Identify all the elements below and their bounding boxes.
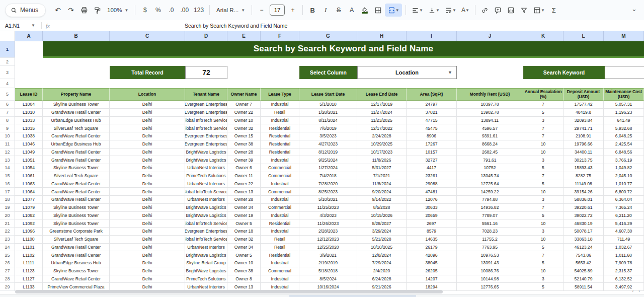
- cell[interactable]: 10: [523, 148, 564, 157]
- cell[interactable]: 641.49: [604, 117, 644, 125]
- cell[interactable]: Retail: [261, 109, 299, 117]
- cell[interactable]: 10157: [407, 148, 457, 157]
- cell[interactable]: Industrial: [261, 196, 299, 204]
- cell[interactable]: Industrial: [261, 259, 299, 267]
- cell[interactable]: Owner 15: [227, 132, 261, 140]
- cell[interactable]: L1033: [15, 117, 43, 125]
- cell[interactable]: 30633: [407, 204, 457, 212]
- cell[interactable]: Industrial: [261, 156, 299, 164]
- cell[interactable]: 19796.66: [564, 140, 604, 148]
- sheet-tab-stub[interactable]: [289, 295, 416, 297]
- row-header-1[interactable]: 1: [0, 41, 15, 58]
- cell[interactable]: 1/28/2021: [299, 109, 357, 117]
- cell[interactable]: 7/6/2019: [299, 124, 357, 132]
- cell[interactable]: Commercial: [261, 172, 299, 180]
- cell[interactable]: Global InfoTech Services: [185, 219, 227, 228]
- cell[interactable]: 5561.16: [457, 219, 523, 228]
- cell[interactable]: Industrial: [261, 117, 299, 125]
- column-header-C[interactable]: C: [110, 31, 185, 41]
- search-keyword-input[interactable]: De: [605, 66, 644, 79]
- cell[interactable]: 32727: [407, 156, 457, 164]
- cell[interactable]: 26205: [407, 267, 457, 275]
- cell[interactable]: 24797: [407, 101, 457, 109]
- cell[interactable]: Delhi: [110, 117, 185, 125]
- cell[interactable]: 3: [523, 117, 564, 125]
- cell[interactable]: L1096: [15, 228, 43, 236]
- cell[interactable]: 50078.17: [564, 228, 604, 236]
- cell[interactable]: 3: [523, 275, 564, 283]
- row-header-20[interactable]: 20: [0, 212, 15, 220]
- cell[interactable]: GrandWave Retail Center: [43, 275, 110, 283]
- cell[interactable]: 4/3/2023: [299, 212, 357, 220]
- cell[interactable]: 17577.42: [564, 101, 604, 109]
- cell[interactable]: Owner 5: [227, 251, 261, 259]
- row-header-19[interactable]: 19: [0, 204, 15, 212]
- cell[interactable]: 791.61: [457, 156, 523, 164]
- cell[interactable]: Owner 18: [227, 228, 261, 236]
- cell[interactable]: 14207: [407, 275, 457, 283]
- cell[interactable]: 10/10/2025: [357, 244, 407, 252]
- name-box-caret-icon[interactable]: ▼: [31, 23, 41, 28]
- decrease-font-size-button[interactable]: −: [256, 4, 268, 17]
- insert-comment-button[interactable]: [492, 4, 504, 17]
- cell[interactable]: 32093.84: [564, 117, 604, 125]
- cell[interactable]: Owner 32: [227, 236, 261, 244]
- cell[interactable]: 7,365.24: [604, 204, 644, 212]
- cell[interactable]: 10/15/2026: [357, 212, 407, 220]
- cell[interactable]: SilverLeaf Tech Square: [43, 172, 110, 180]
- horizontal-scrollbar[interactable]: ‹ ›: [0, 289, 644, 294]
- column-header-G[interactable]: G: [299, 31, 357, 41]
- row-header-24[interactable]: 24: [0, 244, 15, 252]
- cell[interactable]: 6,132.52: [604, 275, 644, 283]
- cell[interactable]: 5,932.68: [604, 124, 644, 132]
- cell[interactable]: 5,416.29: [604, 219, 644, 228]
- cell[interactable]: Residential: [261, 124, 299, 132]
- cell[interactable]: L1004: [15, 101, 43, 109]
- cell[interactable]: GrandWave Retail Center: [43, 180, 110, 188]
- cell[interactable]: 17267: [407, 140, 457, 148]
- cell[interactable]: 47481: [407, 188, 457, 196]
- cell[interactable]: 9/14/2022: [357, 196, 407, 204]
- cell[interactable]: 1,049.82: [604, 164, 644, 172]
- cell[interactable]: 2,315.37: [604, 267, 644, 275]
- cell[interactable]: 12/25/2020: [299, 244, 357, 252]
- cell[interactable]: Skyline Business Tower: [43, 164, 110, 172]
- cell[interactable]: 15893.43: [564, 164, 604, 172]
- cell[interactable]: 3/29/2024: [357, 228, 407, 236]
- cell[interactable]: 4417: [407, 164, 457, 172]
- cell[interactable]: 5/18/2018: [299, 267, 357, 275]
- cell[interactable]: 2697: [407, 219, 457, 228]
- cell[interactable]: L1054: [15, 164, 43, 172]
- cell[interactable]: 48419.8: [564, 109, 604, 117]
- cell[interactable]: 10: [523, 267, 564, 275]
- cell[interactable]: PrimeTech Solutions: [185, 275, 227, 283]
- cell[interactable]: L1051: [15, 156, 43, 164]
- cell[interactable]: 20659: [407, 212, 457, 220]
- row-header-4[interactable]: 4: [0, 79, 15, 88]
- row-header-2[interactable]: 2: [0, 58, 15, 66]
- table-header-cell[interactable]: Tenant Name: [185, 88, 227, 101]
- row-header-25[interactable]: 25: [0, 251, 15, 259]
- row-header-6[interactable]: 6: [0, 101, 15, 109]
- cell[interactable]: 2/19/2019: [299, 259, 357, 267]
- select-column-dropdown[interactable]: Location ▼: [357, 66, 457, 79]
- cell[interactable]: Owner 38: [227, 140, 261, 148]
- cell[interactable]: 23261: [407, 172, 457, 180]
- cell[interactable]: 13902.78: [457, 109, 523, 117]
- cell[interactable]: Skyline Business Tower: [43, 267, 110, 275]
- row-header-14[interactable]: 14: [0, 164, 15, 172]
- cell[interactable]: Owner 34: [227, 244, 261, 252]
- cell[interactable]: 9/20/2024: [357, 188, 407, 196]
- cell[interactable]: 7: [523, 132, 564, 140]
- cell[interactable]: Global InfoTech Services: [185, 188, 227, 196]
- cell[interactable]: 10: [523, 140, 564, 148]
- cell[interactable]: Industrial: [261, 228, 299, 236]
- cell[interactable]: 1/27/2024: [299, 164, 357, 172]
- cell[interactable]: 13894.11: [457, 117, 523, 125]
- cell[interactable]: SilverLeaf Tech Square: [43, 236, 110, 244]
- cell[interactable]: PrimeTech Solutions: [185, 172, 227, 180]
- cell[interactable]: 7/1/2021: [357, 172, 407, 180]
- cell[interactable]: L1046: [15, 140, 43, 148]
- cell[interactable]: BrightWave Logistics: [185, 204, 227, 212]
- table-header-cell[interactable]: Maintenance Cost (USD): [604, 88, 644, 101]
